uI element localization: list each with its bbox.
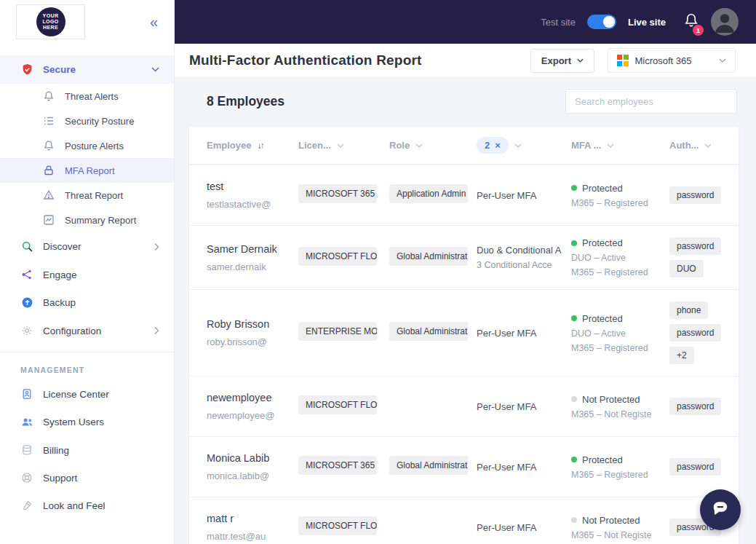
page-title: Multi-Factor Authentication Report — [189, 52, 422, 68]
status-detail: M365 – Registered — [571, 267, 664, 277]
status-label: Protected — [582, 183, 623, 194]
mfa-type: Per-User MFA — [477, 328, 567, 339]
sidebar-collapse-icon[interactable]: « — [150, 15, 158, 29]
sidebar-item-label: Threat Alerts — [65, 91, 119, 102]
status-dot — [571, 315, 577, 321]
employee-email: roby.brisson@ — [207, 336, 293, 347]
main-area: Test site Live site 1 Multi-Factor Authe… — [175, 0, 756, 544]
sidebar-item-label: Threat Report — [65, 190, 123, 201]
sidebar-item-secure[interactable]: Secure — [0, 55, 174, 84]
license-chip: ENTERPRISE MOBI — [298, 322, 377, 341]
search-input[interactable] — [565, 89, 737, 114]
auth-chip: password — [669, 186, 721, 204]
license-chip: MICROSOFT 365 — [298, 184, 377, 203]
column-label: Employee — [207, 140, 251, 151]
status-detail: M365 – Not Registe — [571, 530, 664, 540]
avatar[interactable] — [711, 8, 739, 36]
sidebar-item-label: Configuration — [43, 326, 101, 336]
sidebar-item-summary-report[interactable]: Summary Report — [0, 208, 174, 232]
table-row[interactable]: newemployee newemployee@ MICROSOFT FLOW … — [189, 376, 739, 436]
employee-name: Samer Dernaik — [207, 243, 293, 255]
column-auth-methods[interactable]: Auth... — [669, 140, 721, 151]
table-row[interactable]: Roby Brisson roby.brisson@ ENTERPRISE MO… — [189, 289, 739, 376]
column-label: MFA ... — [571, 140, 601, 151]
clear-filter-icon[interactable]: × — [495, 140, 501, 151]
status-dot — [571, 396, 577, 402]
sidebar-item-billing[interactable]: Billing — [0, 436, 174, 464]
sidebar-item-license-center[interactable]: License Center — [0, 380, 174, 408]
mfa-type: Per-User MFA — [477, 522, 567, 533]
sidebar-item-discover[interactable]: Discover — [0, 232, 174, 261]
sidebar-item-mfa-report[interactable]: MFA Report — [0, 158, 174, 183]
filter-count: 2 — [485, 140, 490, 151]
content-area: 8 Employees Employee ↓↑ Licen... Role — [175, 77, 756, 544]
sidebar-item-label: Security Posture — [65, 116, 134, 127]
share-nodes-icon — [20, 269, 33, 280]
sidebar-item-configuration[interactable]: Configuration — [0, 317, 174, 344]
bell-icon — [42, 140, 55, 151]
table-row[interactable]: Samer Dernaik samer.dernaik MICROSOFT FL… — [189, 225, 739, 289]
chat-bubble-icon — [711, 499, 730, 521]
logo[interactable]: YOUR LOGO HERE — [16, 4, 85, 39]
sidebar-item-posture-alerts[interactable]: Posture Alerts — [0, 133, 174, 158]
sidebar-item-system-users[interactable]: System Users — [0, 408, 174, 436]
sidebar: YOUR LOGO HERE « Secure — [0, 0, 175, 544]
sidebar-item-label: MFA Report — [65, 165, 115, 176]
chevron-down-icon — [719, 58, 726, 63]
auth-chip: password — [669, 458, 721, 476]
notifications-button[interactable]: 1 — [683, 12, 699, 31]
sidebar-item-look-and-feel[interactable]: Look and Feel — [0, 492, 174, 519]
employee-email: samer.dernaik — [207, 261, 293, 272]
employee-count: 8 Employees — [207, 94, 285, 109]
status-dot — [571, 185, 577, 191]
auth-chip: password — [669, 324, 721, 342]
export-button[interactable]: Export — [530, 49, 594, 73]
column-employee[interactable]: Employee ↓↑ — [207, 140, 298, 151]
status-detail: M365 – Registered — [571, 470, 664, 480]
sidebar-item-support[interactable]: Support — [0, 464, 174, 492]
filter-chip: 2 × — [477, 137, 509, 154]
logo-badge: YOUR LOGO HERE — [36, 7, 65, 36]
workspace-select[interactable]: Microsoft 365 — [608, 48, 736, 73]
status-detail: DUO – Active — [571, 328, 664, 339]
sidebar-item-backup[interactable]: Backup — [0, 288, 174, 317]
column-mfa-status[interactable]: MFA ... — [571, 140, 669, 151]
chat-button[interactable] — [700, 489, 741, 530]
table-row[interactable]: Monica Labib monica.labib@ MICROSOFT 365… — [189, 436, 739, 497]
sidebar-item-threat-report[interactable]: Threat Report — [0, 183, 174, 208]
sidebar-item-threat-alerts[interactable]: Threat Alerts — [0, 84, 174, 109]
license-chip: MICROSOFT 365 — [298, 456, 377, 475]
site-toggle[interactable] — [587, 15, 616, 29]
column-role[interactable]: Role — [389, 140, 477, 151]
sidebar-item-label: License Center — [43, 389, 109, 400]
sidebar-item-engage[interactable]: Engage — [0, 261, 174, 288]
toggle-knob — [603, 16, 615, 28]
table-row[interactable]: matt r mattr.test@au MICROSOFT FLOW Per-… — [189, 497, 739, 544]
table-row[interactable]: test testlastactive@ MICROSOFT 365 Appli… — [189, 165, 739, 225]
sidebar-item-security-posture[interactable]: Security Posture — [0, 109, 174, 133]
shield-check-icon — [20, 63, 33, 76]
auth-chip: password — [669, 398, 721, 415]
search-icon — [20, 240, 33, 253]
column-mfa-type-filter[interactable]: 2 × — [477, 137, 571, 154]
status-detail: DUO – Active — [571, 253, 664, 263]
status-detail: M365 – Registered — [571, 198, 664, 208]
auth-chip: DUO — [669, 260, 704, 277]
role-chip: Global Administrat — [389, 322, 468, 341]
column-label: Auth... — [669, 140, 699, 151]
employee-name: test — [207, 181, 293, 192]
table-header: Employee ↓↑ Licen... Role 2 × — [189, 127, 739, 165]
sidebar-item-label: Billing — [43, 445, 69, 456]
employee-name: Monica Labib — [207, 452, 293, 464]
bell-icon — [42, 90, 55, 102]
backup-arrow-icon — [20, 296, 33, 309]
sidebar-item-label: Posture Alerts — [65, 141, 124, 151]
auth-chip-more[interactable]: +2 — [669, 347, 694, 364]
warning-triangle-icon — [42, 189, 55, 201]
page-header: Multi-Factor Authentication Report Expor… — [175, 44, 756, 77]
column-license[interactable]: Licen... — [298, 140, 389, 151]
sidebar-item-label: Secure — [43, 64, 76, 75]
role-chip: Global Administrat — [389, 456, 468, 475]
sidebar-divider — [0, 352, 174, 352]
status-label: Not Protected — [582, 515, 640, 526]
